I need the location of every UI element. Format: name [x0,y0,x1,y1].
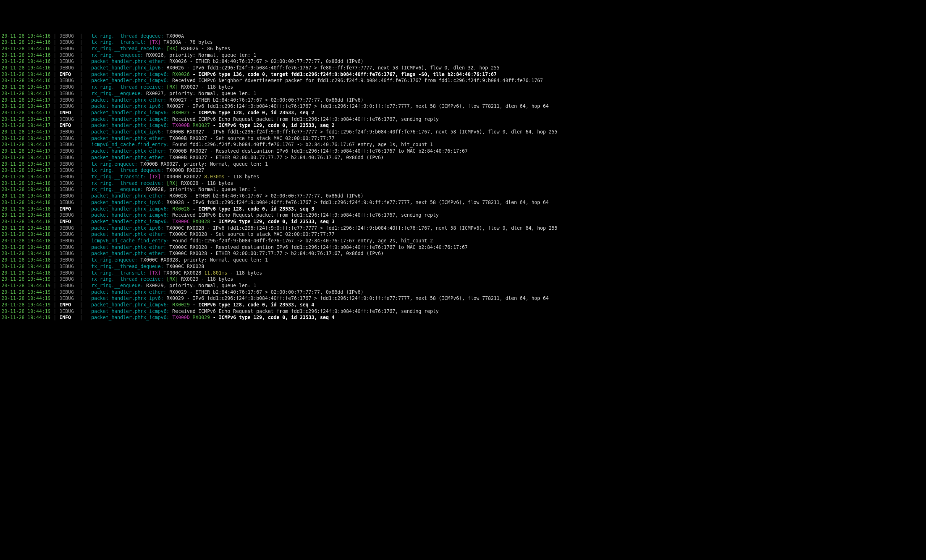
log-level: DEBUG [59,33,74,39]
log-tag: packet_handler.phrx_icmpv6: [91,309,169,314]
log-separator: | [74,200,91,205]
log-separator: | [74,193,91,198]
log-level: DEBUG [59,91,74,96]
log-timestamp: 20-11-28 19:44:18 [2,257,51,263]
log-separator: | [51,238,59,244]
log-segment: RX0027 [172,110,189,115]
log-timestamp: 20-11-28 19:44:18 [2,206,51,212]
log-separator: | [74,136,91,141]
log-segment: - 118 bytes [227,270,262,275]
log-level: DEBUG [59,232,74,237]
log-separator: | [74,129,91,135]
terminal-log[interactable]: 20-11-28 19:44:16 | DEBUG | tx_ring.__th… [0,32,926,322]
log-level: DEBUG [59,97,74,103]
log-separator: | [74,168,91,173]
log-separator: | [51,65,59,71]
log-segment: [RX] [166,276,178,282]
log-segment: TX000B RX0027, priorty: Normal, queue le… [138,161,268,167]
log-segment: RX0027 - ETHER b2:84:40:76:17:67 > 02:00… [166,97,363,103]
log-level: DEBUG [59,161,74,167]
log-level: DEBUG [59,245,74,250]
log-segment: RX0026 - 86 bytes [178,46,230,51]
log-separator: | [51,117,59,122]
log-tag: rx_ring.__thread_receive: [91,180,163,186]
log-separator: | [74,59,91,64]
log-separator: | [74,123,91,128]
log-separator: | [51,110,59,115]
log-line: 20-11-28 19:44:19 | INFO | packet_handle… [2,302,924,308]
log-separator: | [51,103,59,109]
log-level: DEBUG [59,226,74,231]
log-level: INFO [59,110,74,115]
log-level: DEBUG [59,59,74,64]
log-timestamp: 20-11-28 19:44:19 [2,295,51,301]
log-segment: TX000B RX0027 - Resolved destiantion IPv… [166,148,468,154]
log-line: 20-11-28 19:44:16 | DEBUG | packet_handl… [2,65,924,71]
log-segment: [RX] [166,46,178,51]
log-separator: | [74,180,91,186]
log-tag: packet_handler.phtx_ether: [91,155,166,160]
log-timestamp: 20-11-28 19:44:16 [2,78,51,83]
log-segment: RX0027 [192,123,210,128]
log-line: 20-11-28 19:44:18 | DEBUG | packet_handl… [2,250,924,257]
log-separator: | [74,302,91,307]
log-separator: | [74,283,91,288]
log-segment: Found fdd1:c296:f24f:9:b084:40ff:fe76:17… [169,142,433,147]
log-line: 20-11-28 19:44:18 | DEBUG | rx_ring.__en… [2,186,924,193]
log-tag: rx_ring.__thread_receive: [91,46,163,51]
log-tag: tx_ring.__thread_dequeue: [91,33,163,39]
log-line: 20-11-28 19:44:17 | DEBUG | tx_ring.enqu… [2,161,924,168]
log-separator: | [51,270,59,275]
log-level: DEBUG [59,238,74,244]
log-line: 20-11-28 19:44:18 | DEBUG | packet_handl… [2,193,924,199]
log-line: 20-11-28 19:44:17 | DEBUG | rx_ring.__en… [2,91,924,97]
log-timestamp: 20-11-28 19:44:18 [2,251,51,256]
log-tag: tx_ring.enqueue: [91,257,138,263]
log-tag: tx_ring.enqueue: [91,161,138,167]
log-segment: RX0028, priority: Normal, queue len: 1 [143,187,256,192]
log-line: 20-11-28 19:44:16 | INFO | packet_handle… [2,71,924,78]
log-separator: | [51,142,59,147]
log-tag: rx_ring.__enqueue: [91,187,143,192]
log-separator: | [74,142,91,147]
log-segment: TX000C RX0028 - Resolved destiantion IPv… [166,245,468,250]
log-level: DEBUG [59,200,74,205]
log-separator: | [74,232,91,237]
log-tag: packet_handler.phtx_ether: [91,251,166,256]
log-level: DEBUG [59,65,74,71]
log-level: DEBUG [59,264,74,269]
log-level: INFO [59,219,74,224]
log-segment: [TX] [149,270,160,275]
log-separator: | [74,78,91,83]
log-line: 20-11-28 19:44:18 | DEBUG | packet_handl… [2,199,924,206]
log-timestamp: 20-11-28 19:44:19 [2,309,51,314]
log-timestamp: 20-11-28 19:44:18 [2,212,51,218]
log-segment: TX000C RX0028 - ETHER 02:00:00:77:77:77 … [166,251,383,256]
log-separator: | [74,155,91,160]
log-level: INFO [59,123,74,128]
log-timestamp: 20-11-28 19:44:17 [2,103,51,109]
log-separator: | [51,155,59,160]
log-separator: | [74,251,91,256]
log-timestamp: 20-11-28 19:44:16 [2,59,51,64]
log-separator: | [51,33,59,39]
log-segment: [TX] [149,174,160,179]
log-separator: | [74,315,91,320]
log-line: 20-11-28 19:44:18 | DEBUG | tx_ring.__th… [2,263,924,270]
log-line: 20-11-28 19:44:18 | DEBUG | icmpv6_nd_ca… [2,238,924,244]
log-segment: RX0029, priority: Normal, queue len: 1 [143,283,256,288]
log-tag: tx_ring.__thread_dequeue: [91,264,163,269]
log-timestamp: 20-11-28 19:44:17 [2,142,51,147]
log-separator: | [51,219,59,224]
log-separator: | [74,289,91,295]
log-separator: | [74,33,91,39]
log-timestamp: 20-11-28 19:44:17 [2,174,51,179]
log-segment: TX000B RX0027 [163,168,204,173]
log-segment: TX000A [163,33,184,39]
log-level: DEBUG [59,180,74,186]
log-timestamp: 20-11-28 19:44:18 [2,245,51,250]
log-tag: packet_handler.phtx_icmpv6: [91,219,169,224]
log-segment: RX0029 - 118 bytes [178,276,233,282]
log-level: DEBUG [59,174,74,179]
log-level: INFO [59,206,74,212]
